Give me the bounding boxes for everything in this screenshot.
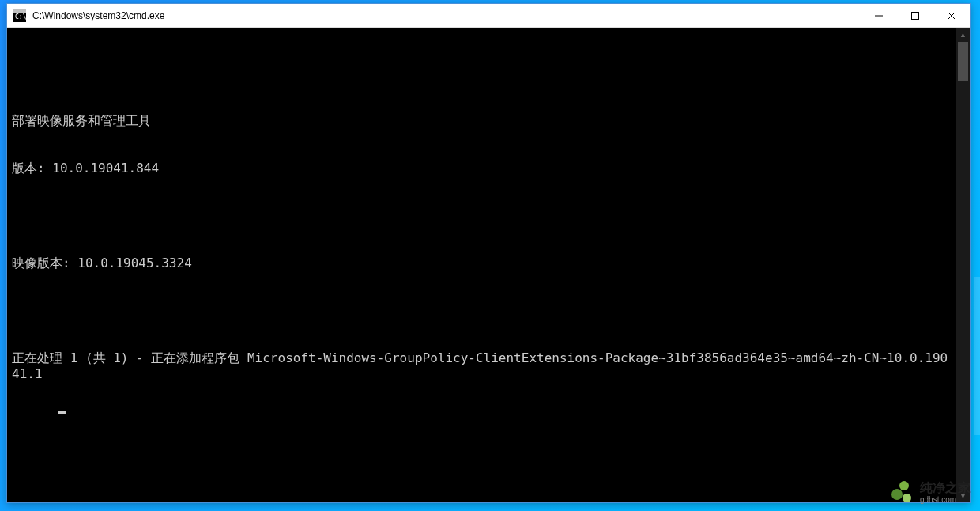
watermark-title: 纯净之家 <box>920 482 971 494</box>
svg-text:C:\: C:\ <box>15 13 26 21</box>
vertical-scrollbar[interactable]: ▲ ▼ <box>956 28 970 502</box>
watermark: 纯净之家 gdhst.com <box>888 479 971 506</box>
close-button[interactable] <box>933 4 970 28</box>
watermark-subtitle: gdhst.com <box>920 496 971 504</box>
terminal-output: 部署映像服务和管理工具 版本: 10.0.19041.844 映像版本: 10.… <box>12 34 951 430</box>
svg-rect-1 <box>13 9 26 13</box>
output-line: 部署映像服务和管理工具 <box>12 113 951 129</box>
cmd-icon: C:\ <box>13 9 26 22</box>
minimize-button[interactable] <box>861 4 897 28</box>
output-line: 版本: 10.0.19041.844 <box>12 161 951 176</box>
output-line: 映像版本: 10.0.19045.3324 <box>12 256 951 271</box>
window-title: C:\Windows\system32\cmd.exe <box>31 10 861 21</box>
terminal-body[interactable]: 部署映像服务和管理工具 版本: 10.0.19041.844 映像版本: 10.… <box>7 28 970 502</box>
window-controls <box>861 4 970 27</box>
desktop-background-edge <box>974 277 980 435</box>
scroll-thumb[interactable] <box>958 42 968 81</box>
cursor <box>58 411 66 414</box>
cmd-window: C:\ C:\Windows\system32\cmd.exe 部署映像服务和管… <box>6 3 971 503</box>
output-line: 正在处理 1 (共 1) - 正在添加程序包 Microsoft-Windows… <box>12 350 951 382</box>
titlebar[interactable]: C:\ C:\Windows\system32\cmd.exe <box>7 4 970 28</box>
watermark-logo-icon <box>888 479 915 506</box>
svg-rect-4 <box>912 13 919 20</box>
scroll-up-arrow[interactable]: ▲ <box>956 28 970 41</box>
maximize-button[interactable] <box>897 4 933 28</box>
